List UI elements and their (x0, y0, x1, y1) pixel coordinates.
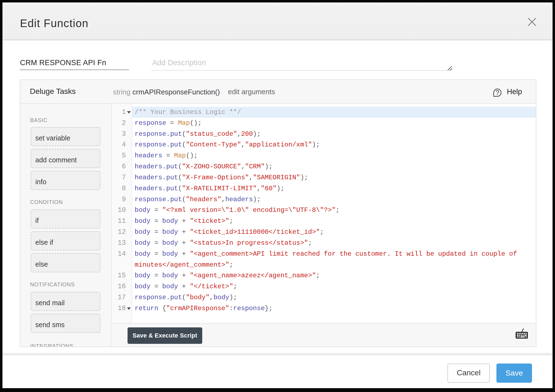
svg-text:?: ? (496, 89, 499, 96)
